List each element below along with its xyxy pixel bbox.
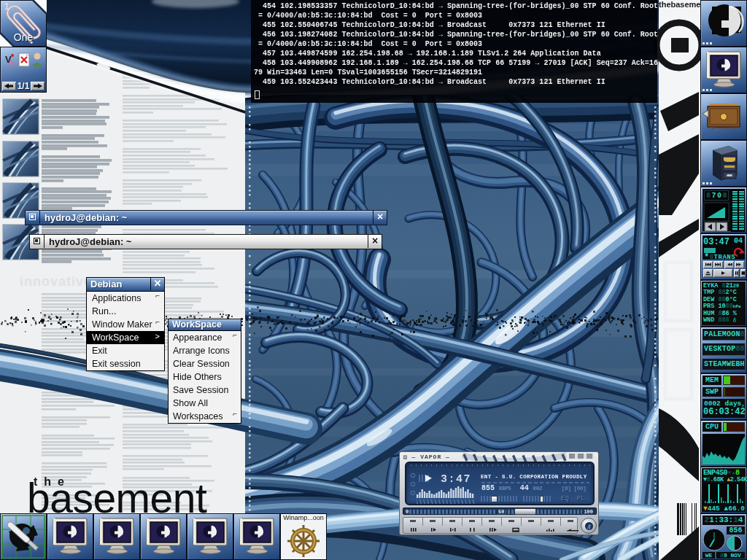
svg-text:c: c — [9, 58, 14, 69]
svg-text:innovative: innovative — [20, 274, 92, 289]
